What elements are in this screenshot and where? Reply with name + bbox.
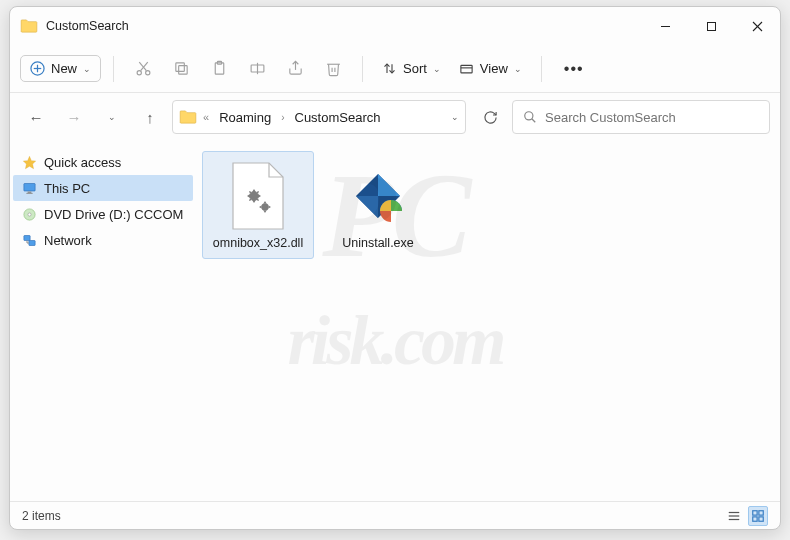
sidebar-item-dvd-drive[interactable]: DVD Drive (D:) CCCOM xyxy=(10,201,196,227)
rename-button[interactable] xyxy=(240,52,274,86)
window-controls xyxy=(642,7,780,45)
sidebar-item-quick-access[interactable]: Quick access xyxy=(10,149,196,175)
breadcrumb-customsearch[interactable]: CustomSearch xyxy=(291,108,385,127)
icons-view-toggle[interactable] xyxy=(748,506,768,526)
svg-rect-42 xyxy=(753,510,757,514)
up-button[interactable]: ↑ xyxy=(134,101,166,133)
forward-button[interactable]: → xyxy=(58,101,90,133)
status-bar: 2 items xyxy=(10,501,780,529)
chevron-right-icon: › xyxy=(281,112,284,123)
sidebar-item-label: Network xyxy=(44,233,92,248)
search-box[interactable] xyxy=(512,100,770,134)
sidebar-item-label: This PC xyxy=(44,181,90,196)
svg-line-10 xyxy=(139,62,146,71)
dll-file-icon xyxy=(222,160,294,232)
delete-button[interactable] xyxy=(316,52,350,86)
chevron-down-icon[interactable]: ⌄ xyxy=(451,112,459,122)
svg-marker-37 xyxy=(378,174,400,196)
svg-rect-1 xyxy=(707,22,715,30)
address-bar[interactable]: « Roaming › CustomSearch ⌄ xyxy=(172,100,466,134)
network-icon xyxy=(22,233,37,248)
chevron-down-icon: ⌄ xyxy=(514,64,522,74)
svg-rect-26 xyxy=(28,191,32,192)
chevron-down-icon: ⌄ xyxy=(433,64,441,74)
svg-line-9 xyxy=(140,62,147,71)
file-name: Uninstall.exe xyxy=(342,236,414,250)
back-button[interactable]: ← xyxy=(20,101,52,133)
svg-rect-31 xyxy=(29,240,35,245)
view-button[interactable]: View ⌄ xyxy=(452,56,529,81)
nav-row: ← → ⌄ ↑ « Roaming › CustomSearch ⌄ xyxy=(10,93,780,141)
svg-line-23 xyxy=(532,119,536,123)
sidebar-item-label: Quick access xyxy=(44,155,121,170)
svg-rect-30 xyxy=(24,235,30,240)
close-button[interactable] xyxy=(734,7,780,45)
item-count: 2 items xyxy=(22,509,61,523)
file-name: omnibox_x32.dll xyxy=(213,236,303,250)
folder-icon xyxy=(20,19,38,33)
svg-point-35 xyxy=(261,203,268,210)
breadcrumb-ellipsis[interactable]: « xyxy=(203,111,209,123)
svg-rect-44 xyxy=(753,516,757,520)
svg-rect-27 xyxy=(26,192,32,193)
file-item-exe[interactable]: Uninstall.exe xyxy=(322,151,434,259)
new-button[interactable]: New ⌄ xyxy=(20,55,101,82)
star-icon xyxy=(22,155,37,170)
svg-rect-45 xyxy=(759,516,763,520)
new-label: New xyxy=(51,61,77,76)
sort-label: Sort xyxy=(403,61,427,76)
svg-marker-24 xyxy=(23,156,36,169)
view-label: View xyxy=(480,61,508,76)
svg-point-29 xyxy=(28,212,31,215)
svg-point-7 xyxy=(137,71,141,75)
toolbar: New ⌄ Sort ⌄ View ⌄ ••• xyxy=(10,45,780,93)
more-button[interactable]: ••• xyxy=(554,60,594,78)
disc-icon xyxy=(22,207,37,222)
details-view-toggle[interactable] xyxy=(724,506,744,526)
separator xyxy=(362,56,363,82)
content-area: Quick access This PC DVD Drive (D:) CCCO… xyxy=(10,141,780,501)
sidebar-item-this-pc[interactable]: This PC xyxy=(13,175,193,201)
maximize-button[interactable] xyxy=(688,7,734,45)
chevron-down-icon: ⌄ xyxy=(83,64,91,74)
folder-icon xyxy=(179,110,197,124)
separator xyxy=(113,56,114,82)
search-icon xyxy=(523,110,537,124)
titlebar: CustomSearch xyxy=(10,7,780,45)
svg-point-8 xyxy=(145,71,149,75)
svg-rect-12 xyxy=(175,63,184,72)
breadcrumb-roaming[interactable]: Roaming xyxy=(215,108,275,127)
svg-rect-11 xyxy=(178,66,187,75)
exe-file-icon xyxy=(342,160,414,232)
search-input[interactable] xyxy=(545,110,759,125)
svg-rect-20 xyxy=(461,65,472,73)
separator xyxy=(541,56,542,82)
sidebar: Quick access This PC DVD Drive (D:) CCCO… xyxy=(10,141,196,501)
cut-button[interactable] xyxy=(126,52,160,86)
sort-button[interactable]: Sort ⌄ xyxy=(375,56,448,81)
sidebar-item-label: DVD Drive (D:) CCCOM xyxy=(44,207,183,222)
pc-icon xyxy=(22,181,37,196)
share-button[interactable] xyxy=(278,52,312,86)
window-title: CustomSearch xyxy=(46,19,642,33)
file-item-dll[interactable]: omnibox_x32.dll xyxy=(202,151,314,259)
sidebar-item-network[interactable]: Network xyxy=(10,227,196,253)
copy-button[interactable] xyxy=(164,52,198,86)
file-pane[interactable]: omnibox_x32.dll xyxy=(196,141,780,501)
recent-button[interactable]: ⌄ xyxy=(96,101,128,133)
explorer-window: CustomSearch New ⌄ Sort ⌄ View ⌄ xyxy=(9,6,781,530)
refresh-button[interactable] xyxy=(474,101,506,133)
svg-rect-43 xyxy=(759,510,763,514)
svg-marker-38 xyxy=(356,196,378,218)
svg-point-22 xyxy=(525,112,533,120)
paste-button[interactable] xyxy=(202,52,236,86)
svg-rect-25 xyxy=(24,183,35,191)
minimize-button[interactable] xyxy=(642,7,688,45)
